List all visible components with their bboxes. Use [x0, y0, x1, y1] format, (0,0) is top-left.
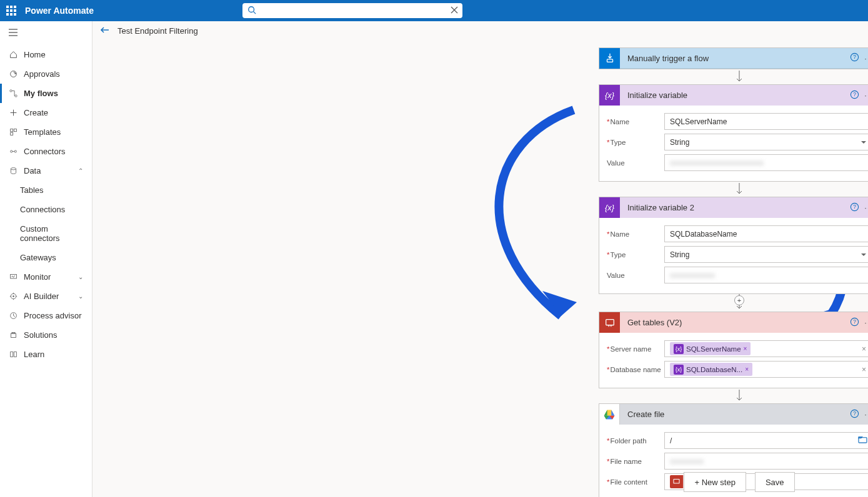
variable-token[interactable]: {x}SQLServerName× — [670, 342, 751, 355]
sidebar-item-templates[interactable]: Templates — [0, 122, 92, 142]
svg-text:?: ? — [853, 318, 856, 325]
sidebar-item-ai-builder[interactable]: AI Builder ⌄ — [0, 287, 92, 306]
clear-search-icon[interactable] — [450, 6, 459, 17]
data-icon — [9, 167, 17, 175]
monitor-icon — [9, 273, 17, 281]
sidebar-item-process-advisor[interactable]: Process advisor — [0, 306, 92, 325]
value-input[interactable]: xxxxxxxxxxxx — [664, 267, 868, 283]
name-input[interactable]: SQLDatabaseName — [664, 225, 868, 242]
remove-token-icon[interactable]: × — [744, 345, 747, 352]
top-bar: Power Automate — [0, 0, 868, 21]
breadcrumb: Test Endpoint Filtering — [92, 21, 868, 41]
svg-line-1 — [254, 12, 256, 14]
sidebar-item-learn[interactable]: Learn — [0, 345, 92, 364]
folder-picker-icon[interactable] — [858, 436, 867, 446]
approvals-icon — [9, 70, 17, 78]
more-icon[interactable]: ··· — [864, 91, 868, 100]
svg-text:?: ? — [853, 410, 856, 416]
sidebar-item-label: Solutions — [24, 330, 57, 340]
sidebar-item-home[interactable]: Home — [0, 45, 92, 64]
help-icon[interactable]: ? — [850, 202, 859, 214]
help-icon[interactable]: ? — [850, 409, 859, 420]
step-get-tables[interactable]: Get tables (V2) ? ··· *Server name {x}SQ… — [599, 312, 868, 388]
back-arrow-icon[interactable] — [100, 25, 110, 37]
search-icon — [247, 6, 256, 17]
app-launcher-icon[interactable] — [6, 6, 16, 16]
sql-icon — [599, 312, 620, 333]
svg-point-9 — [14, 95, 16, 97]
step-initialize-variable[interactable]: {x} Initialize variable ? ··· *Name SQLS… — [599, 84, 868, 182]
sidebar-item-label: Data — [24, 166, 41, 175]
help-icon[interactable]: ? — [850, 52, 859, 64]
chevron-up-icon: ⌃ — [78, 167, 83, 174]
sidebar-item-label: Process advisor — [24, 311, 81, 320]
help-icon[interactable]: ? — [850, 90, 859, 101]
sidebar-item-data[interactable]: Data ⌃ — [0, 161, 92, 180]
field-label-folder: *Folder path — [607, 437, 664, 445]
help-icon[interactable]: ? — [850, 317, 859, 328]
remove-token-icon[interactable]: × — [745, 366, 749, 373]
sidebar-item-label: Custom connectors — [20, 224, 83, 243]
step-title: Initialize variable 2 — [627, 203, 850, 212]
sidebar-item-label: Tables — [20, 185, 44, 195]
svg-point-16 — [14, 150, 16, 152]
sidebar-item-myflows[interactable]: My flows — [0, 84, 92, 103]
plus-icon — [9, 109, 17, 117]
more-icon[interactable]: ··· — [864, 203, 868, 212]
name-input[interactable]: SQLServerName — [664, 113, 868, 130]
variable-icon: {x} — [599, 197, 620, 218]
connectors-icon — [9, 147, 17, 155]
sidebar-item-connections[interactable]: Connections — [0, 200, 92, 219]
collapse-nav-icon[interactable] — [0, 21, 92, 45]
svg-rect-28 — [12, 332, 15, 333]
sidebar-item-monitor[interactable]: Monitor ⌄ — [0, 267, 92, 287]
sidebar-item-create[interactable]: Create — [0, 103, 92, 122]
new-step-button[interactable]: + New step — [684, 472, 746, 492]
connector-arrow — [599, 388, 868, 403]
plus-icon[interactable]: + — [734, 295, 744, 305]
clear-field-icon[interactable]: × — [862, 345, 866, 353]
save-button[interactable]: Save — [755, 472, 795, 492]
sidebar-item-label: Templates — [24, 127, 61, 137]
more-icon[interactable]: ··· — [864, 54, 868, 63]
variable-token[interactable]: {x}SQLDatabaseN...× — [670, 363, 752, 376]
sidebar-item-connectors[interactable]: Connectors — [0, 142, 92, 161]
type-select[interactable]: String — [664, 246, 868, 263]
step-initialize-variable-2[interactable]: {x} Initialize variable 2 ? ··· *Name SQ… — [599, 197, 868, 294]
filename-input[interactable]: xxxxxxxxx — [664, 453, 868, 470]
clear-field-icon[interactable]: × — [862, 365, 866, 374]
field-label-name: *Name — [607, 118, 664, 125]
svg-marker-50 — [604, 410, 607, 415]
sidebar-item-solutions[interactable]: Solutions — [0, 325, 92, 345]
page-title: Test Endpoint Filtering — [117, 26, 198, 36]
ai-icon — [9, 292, 17, 300]
global-search[interactable] — [242, 3, 462, 18]
sidebar-item-custom-connectors[interactable]: Custom connectors — [0, 219, 92, 248]
more-icon[interactable]: ··· — [864, 410, 868, 419]
value-input[interactable]: xxxxxxxxxxxxxxxxxxxxxxxxx — [664, 154, 868, 171]
sidebar-item-approvals[interactable]: Approvals — [0, 64, 92, 84]
type-select[interactable]: String — [664, 134, 868, 150]
connector-add[interactable]: + — [599, 294, 868, 312]
solutions-icon — [9, 331, 17, 339]
svg-rect-14 — [10, 132, 12, 135]
sidebar-item-label: Create — [24, 108, 48, 117]
svg-rect-32 — [607, 59, 612, 62]
sidebar-item-label: Connectors — [24, 147, 65, 156]
field-label-type: *Type — [607, 251, 664, 258]
field-label-type: *Type — [607, 139, 664, 146]
step-trigger[interactable]: Manually trigger a flow ? ··· — [599, 47, 868, 69]
connector-arrow — [599, 182, 868, 197]
server-name-input[interactable]: {x}SQLServerName× × — [664, 340, 868, 357]
more-icon[interactable]: ··· — [864, 318, 868, 327]
sidebar-item-label: Connections — [20, 205, 65, 214]
search-input[interactable] — [242, 3, 462, 18]
sidebar-item-label: Approvals — [24, 69, 60, 79]
field-label-filename: *File name — [607, 458, 664, 465]
sidebar-item-label: AI Builder — [24, 292, 59, 301]
svg-rect-12 — [10, 129, 12, 132]
database-name-input[interactable]: {x}SQLDatabaseN...× × — [664, 361, 868, 378]
folder-path-input[interactable]: / — [664, 432, 868, 449]
sidebar-item-tables[interactable]: Tables — [0, 180, 92, 200]
sidebar-item-gateways[interactable]: Gateways — [0, 248, 92, 267]
